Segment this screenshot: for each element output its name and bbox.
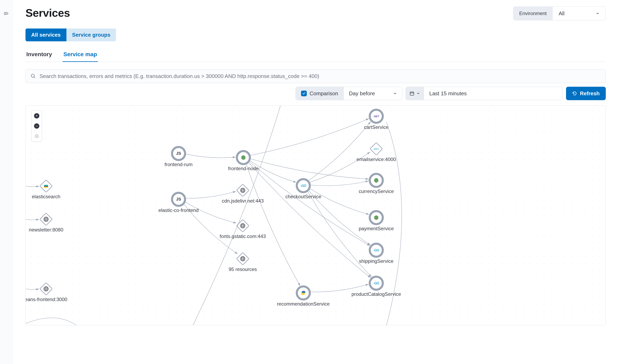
service-node-elastic_co_frontend[interactable]: JSelastic-co-frontend — [158, 193, 199, 213]
service-map-graph[interactable]: JSfrontend-rumJSelastic-co-frontendelast… — [26, 106, 605, 325]
refresh-icon — [572, 91, 577, 96]
comparison-range-select[interactable]: Day before — [344, 87, 402, 100]
node-label: frontend-node — [228, 166, 259, 171]
service-node-elasticsearch[interactable]: elasticsearch — [32, 180, 60, 199]
services-segment-tabs: All services Service groups — [26, 28, 116, 41]
service-node-checkout[interactable]: -GOcheckoutService — [285, 179, 321, 199]
node-label: emailservice:4000 — [357, 156, 396, 162]
search-icon — [31, 74, 36, 79]
node-label: shippingService — [359, 258, 393, 264]
node-label: 95 resources — [229, 266, 257, 272]
environment-value[interactable]: All — [553, 7, 605, 20]
service-node-resources_95[interactable]: 95 resources — [229, 252, 257, 272]
service-node-cart[interactable]: .NETcartService — [364, 110, 388, 130]
checkbox-checked-icon — [301, 91, 307, 96]
node-label: frontend-rum — [165, 162, 192, 167]
node-label: paymentService — [359, 226, 394, 231]
tab-all-services[interactable]: All services — [26, 28, 67, 41]
node-label: cdn.jsdelivr.net:443 — [222, 198, 263, 204]
node-label: recommendationService — [277, 301, 330, 307]
chevron-down-icon — [393, 91, 397, 95]
svg-text:-GO: -GO — [373, 248, 379, 252]
chevron-down-icon — [596, 12, 599, 15]
svg-text:GRPC: GRPC — [374, 148, 379, 150]
calendar-icon — [410, 91, 414, 96]
time-range-value[interactable]: Last 15 minutes — [424, 87, 563, 100]
services-sub-tabs: Inventory Service map — [26, 51, 606, 62]
service-node-cdn_jsdelivr[interactable]: cdn.jsdelivr.net:443 — [222, 184, 263, 204]
date-picker-button[interactable] — [406, 87, 424, 100]
service-node-currency[interactable]: currencyService — [359, 174, 394, 194]
chevron-down-icon — [416, 91, 420, 95]
menu-expand-icon — [3, 11, 9, 16]
svg-text:JS: JS — [176, 151, 181, 156]
node-label: newsletter:8080 — [29, 227, 63, 233]
environment-label: Environment — [513, 7, 553, 20]
page-title: Services — [26, 7, 70, 19]
search-bar[interactable] — [26, 69, 606, 83]
search-input[interactable] — [40, 73, 601, 79]
node-label: checkoutService — [285, 194, 321, 199]
service-node-eans_frontend[interactable]: eans-frontend:3000 — [26, 283, 67, 302]
svg-text:-GO: -GO — [373, 282, 379, 285]
service-node-payment[interactable]: paymentService — [359, 211, 394, 231]
refresh-button[interactable]: Refresh — [566, 87, 606, 100]
service-node-recommendation[interactable]: recommendationService — [277, 286, 330, 307]
service-node-newsletter[interactable]: newsletter:8080 — [29, 213, 63, 233]
subtab-service-map[interactable]: Service map — [63, 51, 98, 62]
service-node-frontend_node[interactable]: frontend-node — [228, 151, 259, 171]
service-node-fonts_gstatic[interactable]: fonts.gstatic.com:443 — [220, 220, 266, 239]
node-label: cartService — [364, 124, 388, 130]
service-node-emailservice[interactable]: GRPCemailservice:4000 — [357, 143, 396, 162]
node-label: elastic-co-frontend — [158, 208, 199, 213]
svg-text:-GO: -GO — [301, 184, 306, 187]
node-label: fonts.gstatic.com:443 — [220, 234, 266, 239]
svg-text:.NET: .NET — [373, 115, 379, 118]
comparison-control: Comparison Day before — [296, 87, 402, 100]
tab-service-groups[interactable]: Service groups — [67, 28, 116, 41]
comparison-toggle[interactable]: Comparison — [296, 87, 344, 100]
service-node-frontend_rum[interactable]: JSfrontend-rum — [165, 147, 192, 167]
service-node-shipping[interactable]: -GOshippingService — [359, 244, 393, 264]
time-range-picker: Last 15 minutes — [406, 87, 563, 100]
service-map-panel[interactable]: + − JSfrontend-rumJSelastic-co-frontende… — [26, 105, 606, 325]
environment-selector[interactable]: Environment All — [513, 7, 606, 20]
nav-expand-button[interactable] — [3, 11, 9, 16]
svg-rect-1 — [410, 92, 414, 95]
node-label: currencyService — [359, 189, 394, 194]
node-label: elasticsearch — [32, 194, 60, 199]
subtab-inventory[interactable]: Inventory — [26, 51, 53, 62]
node-label: eans-frontend:3000 — [26, 297, 67, 302]
svg-text:JS: JS — [176, 197, 181, 201]
